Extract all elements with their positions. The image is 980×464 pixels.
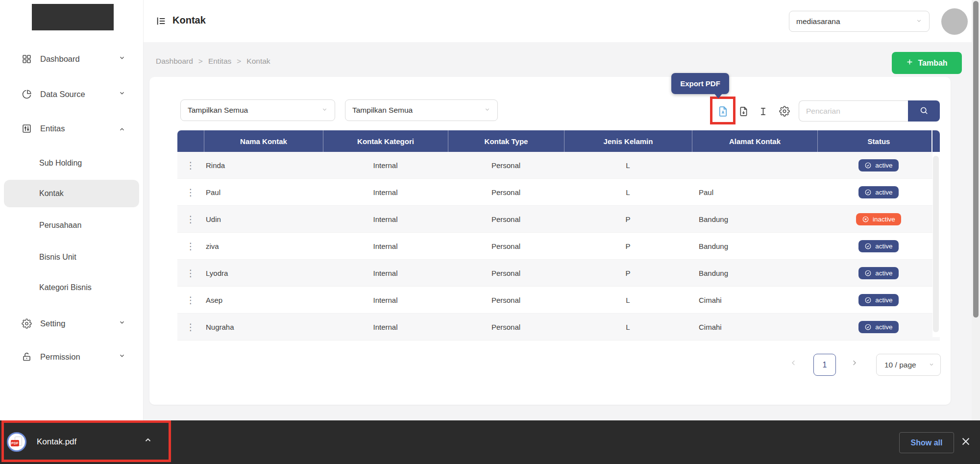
menu-fold-icon[interactable] <box>156 16 167 26</box>
search-button[interactable] <box>908 100 940 122</box>
sidebar-item-perusahaan[interactable]: Perusahaan <box>0 217 143 234</box>
column-header-jenis-kelamin: Jenis Kelamin <box>564 130 692 152</box>
cell-kontak-kategori: Internal <box>323 179 448 206</box>
tooltip-arrow <box>714 93 723 103</box>
cell-status: inactive <box>817 206 940 233</box>
filter-select-2-value: Tampilkan Semua <box>352 106 413 115</box>
cell-jenis-kelamin: P <box>564 233 692 260</box>
user-avatar[interactable] <box>941 8 968 35</box>
table-settings-icon[interactable] <box>777 104 792 119</box>
cell-kontak-type: Personal <box>448 314 564 341</box>
table-row: ⋮PaulInternalPersonalLPaulactive <box>177 179 940 206</box>
cell-jenis-kelamin: L <box>564 152 692 179</box>
sidebar-item-label: Dashboard <box>40 54 80 64</box>
row-kebab-menu-icon[interactable]: ⋮ <box>186 215 196 224</box>
sidebar-item-permission[interactable]: Permission <box>0 348 143 366</box>
pagination-next-icon[interactable] <box>851 359 858 368</box>
pagination-prev-icon[interactable] <box>790 359 797 368</box>
status-badge: active <box>858 321 898 333</box>
chevron-down-icon <box>321 106 328 115</box>
text-height-icon[interactable] <box>756 104 770 119</box>
app-window: Dashboard Data Source Entitas Sub Holdin… <box>0 0 980 464</box>
cell-alamat-kontak: Paul <box>692 179 817 206</box>
cell-alamat-kontak: Bandung <box>692 233 817 260</box>
cell-jenis-kelamin: P <box>564 206 692 233</box>
cell-jenis-kelamin: L <box>564 179 692 206</box>
cell-nama-kontak: Rinda <box>204 152 323 179</box>
cell-kontak-type: Personal <box>448 260 564 287</box>
table-row: ⋮RindaInternalPersonalLactive <box>177 152 940 179</box>
show-all-downloads-button[interactable]: Show all <box>899 432 954 453</box>
table-row: ⋮zivaInternalPersonalPBandungactive <box>177 233 940 260</box>
cell-alamat-kontak: Bandung <box>692 260 817 287</box>
cell-alamat-kontak: Bandung <box>692 206 817 233</box>
download-item-chevron-up-icon[interactable] <box>144 436 152 446</box>
pagination-page-1[interactable]: 1 <box>813 354 836 376</box>
row-kebab-menu-icon[interactable]: ⋮ <box>186 188 196 197</box>
sliders-icon <box>22 123 32 134</box>
cell-actions: ⋮ <box>177 206 204 233</box>
chevron-down-icon <box>119 319 125 328</box>
row-kebab-menu-icon[interactable]: ⋮ <box>186 242 196 251</box>
export-file-icon[interactable] <box>736 104 751 119</box>
breadcrumb: Dashboard > Entitas > Kontak <box>156 55 270 67</box>
sidebar-item-entitas[interactable]: Entitas <box>0 120 143 137</box>
table-header: Nama Kontak Kontak Kategori Kontak Type … <box>177 130 940 152</box>
page-scrollbar[interactable] <box>972 0 980 420</box>
column-header-kontak-type: Kontak Type <box>448 130 564 152</box>
row-kebab-menu-icon[interactable]: ⋮ <box>186 295 196 305</box>
pagination-page-size-select[interactable]: 10 / page <box>876 354 941 376</box>
sidebar-item-setting[interactable]: Setting <box>0 315 143 332</box>
cell-kontak-kategori: Internal <box>323 233 448 260</box>
close-downloads-bar-icon[interactable] <box>960 436 971 447</box>
cell-actions: ⋮ <box>177 152 204 179</box>
export-pdf-icon[interactable] <box>715 104 730 119</box>
filter-select-2[interactable]: Tampilkan Semua <box>345 99 498 121</box>
cell-nama-kontak: ziva <box>204 233 323 260</box>
sidebar-item-kontak[interactable]: Kontak <box>0 185 143 202</box>
sidebar-item-label: Setting <box>40 319 65 328</box>
status-badge: active <box>858 240 898 252</box>
sidebar-item-sub-holding[interactable]: Sub Holding <box>0 154 143 172</box>
workspace-select-value: mediasarana <box>796 17 840 26</box>
cell-status: active <box>817 233 940 260</box>
chevron-down-icon <box>119 54 125 63</box>
header-gutter-divider <box>931 130 932 152</box>
plus-icon <box>906 58 913 68</box>
table-row: ⋮AsepInternalPersonalLCimahiactive <box>177 287 940 314</box>
page-size-value: 10 / page <box>884 361 916 369</box>
sidebar-item-bisnis-unit[interactable]: Bisnis Unit <box>0 248 143 266</box>
chevron-down-icon <box>119 352 125 361</box>
search-input[interactable] <box>799 100 908 122</box>
data-table: Nama Kontak Kontak Kategori Kontak Type … <box>177 130 940 341</box>
cell-kontak-kategori: Internal <box>323 287 448 314</box>
page-scrollbar-thumb[interactable] <box>973 1 979 317</box>
chevron-down-icon <box>484 106 490 115</box>
table-row: ⋮LyodraInternalPersonalPBandungactive <box>177 260 940 287</box>
add-button[interactable]: Tambah <box>892 52 962 74</box>
status-badge: active <box>858 294 898 306</box>
table-scrollbar-thumb[interactable] <box>933 156 939 332</box>
column-header-status: Status <box>817 130 940 152</box>
cell-nama-kontak: Paul <box>204 179 323 206</box>
row-kebab-menu-icon[interactable]: ⋮ <box>186 269 196 278</box>
breadcrumb-item-dashboard[interactable]: Dashboard <box>156 57 193 66</box>
status-badge: active <box>858 186 898 198</box>
download-item[interactable]: PDF Kontak.pdf <box>7 429 76 455</box>
column-header-actions <box>177 130 204 152</box>
sidebar-item-kategori-bisnis[interactable]: Kategori Bisnis <box>0 279 143 296</box>
cell-nama-kontak: Udin <box>204 206 323 233</box>
unlock-icon <box>22 352 32 362</box>
status-badge: active <box>858 159 898 171</box>
cell-status: active <box>817 287 940 314</box>
cell-status: active <box>817 179 940 206</box>
row-kebab-menu-icon[interactable]: ⋮ <box>186 161 196 170</box>
cell-nama-kontak: Nugraha <box>204 314 323 341</box>
breadcrumb-item-entitas[interactable]: Entitas <box>208 57 231 66</box>
row-kebab-menu-icon[interactable]: ⋮ <box>186 322 196 332</box>
workspace-select[interactable]: mediasarana <box>789 11 930 32</box>
filter-select-1[interactable]: Tampilkan Semua <box>180 99 335 121</box>
sidebar-item-dashboard[interactable]: Dashboard <box>0 50 143 68</box>
sidebar-item-data-source[interactable]: Data Source <box>0 85 143 103</box>
column-header-alamat-kontak: Alamat Kontak <box>692 130 817 152</box>
